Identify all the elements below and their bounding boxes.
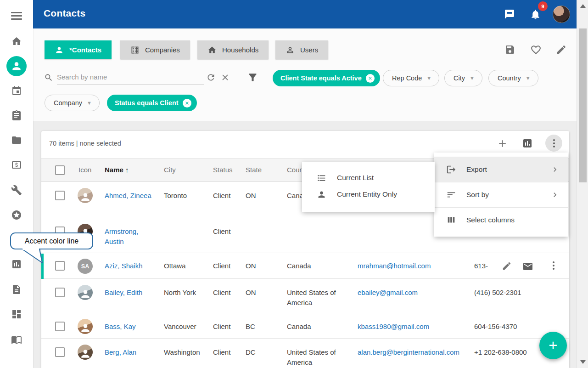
sort-icon [446, 190, 456, 200]
filter-chip-rep-code[interactable]: Rep Code ▼ [383, 70, 439, 86]
sidebar-item-contacts[interactable] [6, 56, 27, 76]
row-checkbox[interactable] [55, 261, 65, 271]
list-icon [317, 173, 326, 183]
filter-chip-status[interactable]: Status equals Client [107, 95, 197, 111]
search-input[interactable] [57, 70, 204, 85]
email-envelope-icon[interactable] [522, 261, 532, 271]
tools-wrench-icon[interactable] [11, 185, 22, 196]
chart-view-icon[interactable] [522, 138, 533, 149]
column-header-state[interactable]: State [246, 166, 262, 174]
cell-country: United States of America [287, 347, 344, 368]
filter-panel: *Contacts Companies Households Users Cli… [33, 28, 577, 121]
tab-companies[interactable]: Companies [120, 40, 190, 59]
cell-state: DC [246, 347, 271, 357]
directory-book-icon[interactable] [11, 334, 22, 345]
notification-badge: 9 [538, 1, 548, 11]
remove-filter-icon[interactable] [366, 74, 375, 83]
folder-icon[interactable] [11, 135, 22, 146]
submenu-item-current-list[interactable]: Current List [302, 170, 435, 186]
filter-funnel-icon[interactable] [247, 72, 258, 83]
avatar [78, 188, 93, 203]
save-view-icon[interactable] [504, 44, 515, 55]
favorites-star-icon[interactable] [11, 209, 22, 221]
plus-icon: + [549, 337, 557, 354]
cell-phone: (416) 502-2301 [474, 288, 527, 298]
column-header-status[interactable]: Status [213, 166, 233, 174]
add-contact-fab[interactable]: + [539, 332, 567, 359]
edit-pencil-icon[interactable] [502, 261, 512, 271]
contact-name-link[interactable]: Berg, Alan [105, 347, 156, 357]
column-header-name[interactable]: Name ↑ [105, 166, 129, 174]
clear-search-icon[interactable] [220, 73, 231, 84]
contact-name-link[interactable]: Aziz, Shaikh [105, 261, 156, 271]
cell-country: Canada [287, 322, 344, 332]
email-link[interactable]: mrahman@hotmail.com [358, 261, 468, 271]
contact-name-link[interactable]: Bass, Kay [105, 322, 156, 332]
column-header-city[interactable]: City [164, 166, 176, 174]
page-scrollbar[interactable] [577, 0, 588, 368]
tasks-clipboard-icon[interactable] [11, 110, 22, 121]
contact-name-link[interactable]: Ahmed, Zineea [105, 191, 156, 201]
email-link[interactable]: ebailey@gmail.com [358, 288, 468, 298]
tab-contacts[interactable]: *Contacts [45, 40, 112, 59]
scroll-down-arrow[interactable] [580, 360, 586, 364]
chevron-right-icon [550, 165, 560, 174]
row-checkbox[interactable] [55, 191, 65, 200]
submenu-item-current-entity-only[interactable]: Current Entity Only [302, 186, 435, 203]
filter-chip-city[interactable]: City ▼ [444, 70, 482, 86]
dashboard-icon[interactable] [11, 309, 22, 320]
notifications-bell-icon[interactable] [530, 9, 541, 20]
table-row[interactable]: Bass, Kay Vancouver Client BC Canada kba… [41, 314, 569, 339]
row-checkbox[interactable] [55, 347, 65, 357]
menu-item-sort-by[interactable]: Sort by [434, 182, 568, 207]
filter-chip-country[interactable]: Country ▼ [488, 70, 538, 86]
add-icon[interactable] [497, 138, 508, 149]
column-header-icon: Icon [78, 166, 91, 174]
favorite-heart-icon[interactable] [530, 44, 541, 55]
cell-status: Client [213, 226, 241, 237]
row-kebab-icon[interactable] [553, 260, 563, 270]
cell-city: Washington [164, 347, 207, 357]
avatar-initials: SA [78, 259, 93, 274]
row-checkbox[interactable] [55, 288, 65, 297]
avatar [78, 345, 93, 360]
chip-label: Rep Code [392, 74, 422, 82]
chat-icon[interactable] [504, 9, 515, 20]
submenu-item-label: Current Entity Only [337, 190, 397, 198]
home-icon[interactable] [11, 36, 22, 47]
tab-households[interactable]: Households [197, 40, 269, 59]
row-checkbox[interactable] [55, 322, 65, 331]
chip-label: City [454, 74, 465, 82]
email-link[interactable]: kbass1980@gmail.com [358, 322, 468, 332]
contact-name-link[interactable]: Bailey, Edith [105, 288, 156, 298]
user-avatar[interactable] [553, 6, 570, 23]
menu-icon[interactable] [11, 10, 22, 21]
more-options-button[interactable] [545, 135, 562, 152]
scrollbar-thumb[interactable] [579, 28, 587, 182]
billing-dollar-icon[interactable] [11, 159, 22, 170]
edit-pencil-icon[interactable] [556, 44, 567, 55]
table-row-selected[interactable]: SA Aziz, Shaikh Ottawa Client ON Canada … [41, 253, 569, 279]
chevron-down-icon: ▼ [526, 75, 531, 81]
email-link[interactable]: alan.berg@berginternational.com [358, 347, 468, 357]
cell-state: ON [246, 261, 271, 271]
menu-item-select-columns[interactable]: Select columns [434, 207, 568, 232]
table-row[interactable]: Bailey, Edith North York Client ON Unite… [41, 279, 569, 314]
scroll-up-arrow[interactable] [580, 4, 586, 8]
document-icon[interactable] [11, 284, 22, 295]
menu-item-export[interactable]: Export [434, 157, 568, 182]
select-all-checkbox[interactable] [55, 165, 65, 175]
filter-chip-client-state[interactable]: Client State equals Active [273, 70, 380, 86]
chip-label: Company [54, 99, 82, 107]
table-row[interactable]: Berg, Alan Washington Client DC United S… [41, 339, 569, 368]
cell-phone: 604-156-4370 [474, 322, 527, 332]
filter-chip-company[interactable]: Company ▼ [45, 95, 100, 111]
contact-name-link[interactable]: Armstrong, Austin [105, 226, 156, 247]
person-icon [317, 190, 326, 199]
refresh-icon[interactable] [206, 73, 216, 84]
tab-users[interactable]: Users [275, 40, 328, 59]
remove-filter-icon[interactable] [183, 99, 191, 108]
calendar-icon[interactable] [11, 85, 22, 96]
cell-state: ON [246, 191, 271, 201]
cell-state: BC [246, 322, 271, 332]
